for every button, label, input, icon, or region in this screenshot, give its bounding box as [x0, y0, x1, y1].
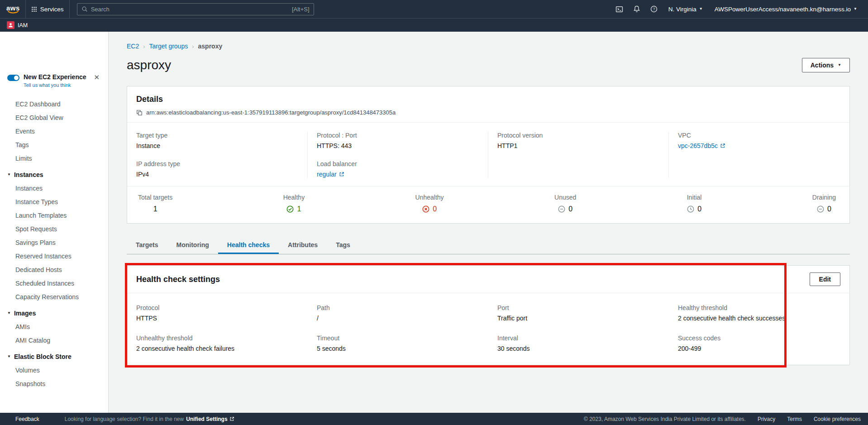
- minus-circle-icon: [558, 205, 565, 213]
- external-link-icon: [720, 143, 725, 148]
- field-label: Timeout: [317, 334, 479, 342]
- load-balancer-link-label: regular: [317, 171, 337, 178]
- cookie-preferences-link[interactable]: Cookie preferences: [814, 416, 861, 422]
- sidebar-item-snapshots[interactable]: Snapshots: [0, 377, 108, 391]
- sidebar-item-instance-types[interactable]: Instance Types: [0, 195, 108, 209]
- stat-value: 1: [297, 205, 301, 213]
- field-value: /: [317, 315, 479, 322]
- new-experience-title: New EC2 Experience: [24, 73, 86, 81]
- external-link-icon: [339, 172, 344, 177]
- new-experience-box: New EC2 Experience Tell us what you thin…: [7, 73, 101, 88]
- stat-label: Unused: [554, 194, 576, 201]
- services-grid-icon: [31, 6, 37, 12]
- svg-text:?: ?: [653, 7, 655, 11]
- region-label: N. Virginia: [668, 6, 696, 13]
- notifications-button[interactable]: [630, 2, 644, 16]
- stat-unhealthy: Unhealthy 0: [415, 194, 444, 213]
- chevron-right-icon: ›: [143, 43, 145, 50]
- terms-link[interactable]: Terms: [787, 416, 802, 422]
- stat-value: 0: [433, 205, 437, 213]
- caret-down-icon: ▼: [7, 173, 11, 177]
- field-value: HTTPS: [136, 315, 299, 322]
- edit-button[interactable]: Edit: [810, 272, 840, 286]
- field-value: Traffic port: [497, 315, 660, 322]
- help-button[interactable]: ?: [647, 2, 661, 16]
- sidebar-item-dedicated-hosts[interactable]: Dedicated Hosts: [0, 263, 108, 277]
- sidebar-item-amis[interactable]: AMIs: [0, 320, 108, 334]
- sidebar-item-instances[interactable]: Instances: [0, 181, 108, 195]
- breadcrumb-link-ec2[interactable]: EC2: [127, 43, 139, 50]
- stat-value: 1: [153, 205, 157, 213]
- sidebar-item-ami-catalog[interactable]: AMI Catalog: [0, 334, 108, 347]
- privacy-link[interactable]: Privacy: [758, 416, 775, 422]
- sidebar-menu: EC2 Dashboard EC2 Global View Events Tag…: [0, 97, 108, 391]
- aws-logo[interactable]: aws: [6, 5, 20, 14]
- sidebar-section-images[interactable]: ▼ Images: [0, 306, 108, 320]
- stat-label: Total targets: [138, 194, 172, 201]
- iam-service-icon: [7, 21, 14, 29]
- breadcrumb-link-target-groups[interactable]: Target groups: [149, 43, 188, 50]
- sidebar-section-instances[interactable]: ▼ Instances: [0, 168, 108, 181]
- target-health-summary: Total targets 1 Healthy 1 Unhealthy 0: [127, 186, 849, 223]
- sidebar-item-launch-templates[interactable]: Launch Templates: [0, 209, 108, 222]
- feedback-button[interactable]: Feedback: [15, 416, 39, 422]
- tab-bar: Targets Monitoring Health checks Attribu…: [127, 236, 850, 254]
- sidebar-item-events[interactable]: Events: [0, 124, 108, 138]
- account-menu[interactable]: AWSPowerUserAccess/navaneeth.kn@harness.…: [710, 0, 862, 18]
- sidebar-item-limits[interactable]: Limits: [0, 152, 108, 165]
- field-label: Load balancer: [317, 160, 479, 167]
- unified-settings-label: Unified Settings: [186, 416, 227, 422]
- sidebar-section-label: Instances: [14, 171, 43, 178]
- stat-total-targets: Total targets 1: [138, 194, 172, 213]
- stat-healthy: Healthy 1: [283, 194, 305, 213]
- details-heading: Details: [136, 95, 840, 104]
- load-balancer-link[interactable]: regular: [317, 171, 344, 178]
- tab-targets[interactable]: Targets: [127, 236, 167, 254]
- external-link-icon: [229, 416, 234, 421]
- sidebar-item-savings-plans[interactable]: Savings Plans: [0, 236, 108, 249]
- sidebar-item-ec2-dashboard[interactable]: EC2 Dashboard: [0, 97, 108, 111]
- actions-button[interactable]: Actions ▼: [802, 58, 850, 72]
- sidebar-section-elastic-block-store[interactable]: ▼ Elastic Block Store: [0, 350, 108, 363]
- field-label: Protocol : Port: [317, 132, 479, 139]
- search-input[interactable]: [91, 6, 289, 13]
- field-label: Healthy threshold: [678, 304, 840, 311]
- health-check-settings-card: Health check settings Edit Protocol HTTP…: [127, 265, 850, 365]
- vpc-link[interactable]: vpc-2657db5c: [678, 142, 725, 149]
- sidebar-item-tags[interactable]: Tags: [0, 138, 108, 152]
- caret-down-icon: ▼: [838, 63, 841, 67]
- search-box[interactable]: [Alt+S]: [77, 3, 314, 15]
- services-menu-button[interactable]: Services: [25, 0, 70, 18]
- sidebar-item-scheduled-instances[interactable]: Scheduled Instances: [0, 277, 108, 290]
- field-value: 2 consecutive health check failures: [136, 345, 299, 352]
- field-label: Success codes: [678, 334, 840, 342]
- region-selector[interactable]: N. Virginia ▼: [664, 0, 707, 18]
- stat-label: Healthy: [283, 194, 305, 201]
- iam-label: IAM: [18, 22, 28, 29]
- field-label: Port: [497, 304, 660, 311]
- sidebar-item-capacity-reservations[interactable]: Capacity Reservations: [0, 290, 108, 304]
- cloudshell-button[interactable]: [612, 2, 627, 16]
- actions-button-label: Actions: [811, 62, 834, 69]
- services-label: Services: [40, 6, 64, 13]
- sidebar-item-ec2-global-view[interactable]: EC2 Global View: [0, 111, 108, 124]
- field-value: 200-499: [678, 345, 840, 352]
- breadcrumb: EC2 › Target groups › asproxy: [127, 43, 850, 50]
- sidebar-section-label: Elastic Block Store: [14, 353, 72, 360]
- tab-tags[interactable]: Tags: [327, 236, 359, 254]
- details-fields: Target type Instance IP address type IPv…: [127, 123, 849, 186]
- sidebar-item-volumes[interactable]: Volumes: [0, 363, 108, 377]
- tab-health-checks[interactable]: Health checks: [218, 236, 279, 254]
- tab-monitoring[interactable]: Monitoring: [167, 236, 218, 254]
- search-icon: [81, 6, 88, 12]
- copy-arn-button[interactable]: [136, 110, 143, 116]
- unified-settings-link[interactable]: Unified Settings: [186, 416, 234, 422]
- tab-attributes[interactable]: Attributes: [279, 236, 327, 254]
- sidebar-item-spot-requests[interactable]: Spot Requests: [0, 222, 108, 236]
- bell-icon: [633, 5, 640, 13]
- iam-shortcut[interactable]: IAM: [7, 21, 28, 29]
- new-experience-toggle[interactable]: [7, 75, 19, 81]
- tell-us-link[interactable]: Tell us what you think: [24, 82, 71, 88]
- close-icon[interactable]: ✕: [92, 73, 101, 81]
- sidebar-item-reserved-instances[interactable]: Reserved Instances: [0, 249, 108, 263]
